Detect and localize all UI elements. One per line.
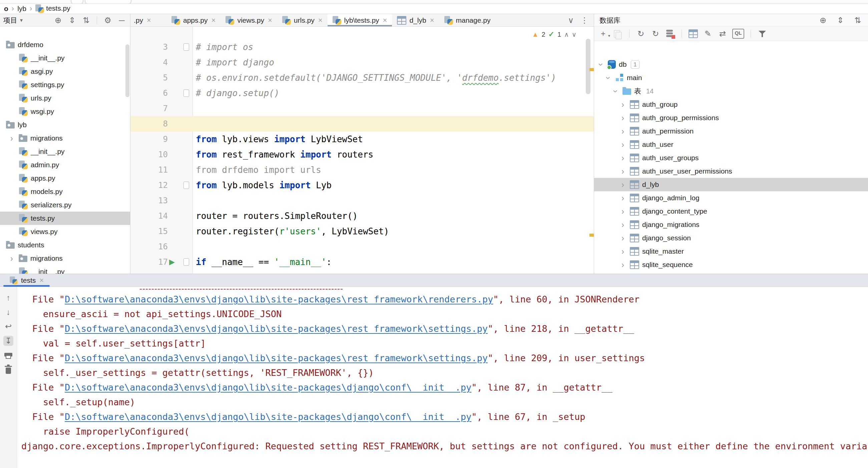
project-tree-item-__init__.py[interactable]: __init__.py <box>0 51 130 65</box>
gear-button[interactable]: ⚙ <box>103 16 113 25</box>
run-icon[interactable]: ▶ <box>169 254 175 270</box>
close-icon[interactable]: × <box>39 276 44 285</box>
project-tree-item-views.py[interactable]: views.py <box>0 225 130 238</box>
db-tree-item-auth_permission[interactable]: ›auth_permission <box>594 124 868 138</box>
project-tree-item-lyb[interactable]: lyb <box>0 118 130 131</box>
down-button[interactable]: ↓ <box>3 307 13 317</box>
db-tree-item-django_content_type[interactable]: ›django_content_type <box>594 205 868 218</box>
db-tree-item-auth_user_groups[interactable]: ›auth_user_groups <box>594 151 868 165</box>
printer-button[interactable] <box>3 350 13 360</box>
line-number[interactable]: 16 <box>130 239 168 254</box>
project-tree-item-__init__.py[interactable]: __init__.py <box>0 145 130 158</box>
editor-tab-.py[interactable]: .py× <box>130 14 166 26</box>
stacktrace-link[interactable]: D:\software\anaconda3\envs\django\lib\si… <box>65 294 493 304</box>
project-scrollbar-thumb[interactable] <box>125 45 129 97</box>
trash-button[interactable] <box>3 364 13 375</box>
table-button[interactable] <box>688 29 698 39</box>
stacktrace-link[interactable]: D:\software\anaconda3\envs\django\lib\si… <box>65 323 488 334</box>
ql-button[interactable]: QL <box>732 29 744 39</box>
collapse-all-button[interactable]: ⇅ <box>852 16 863 25</box>
db-tree-item-d_lyb[interactable]: ›d_lyb <box>594 178 868 191</box>
db-tree-item-auth_user[interactable]: ›auth_user <box>594 138 868 151</box>
chevron-right-icon[interactable]: › <box>619 114 627 122</box>
editor-scrollbar-thumb[interactable] <box>586 39 590 94</box>
project-tree-item-migrations[interactable]: ›migrations <box>0 252 130 265</box>
console-output[interactable]: File "D:\software\anaconda3\envs\django\… <box>17 287 868 468</box>
editor-tab-lybtests.py[interactable]: lyb\tests.py× <box>328 14 392 26</box>
pencil-button[interactable]: ✎ <box>703 29 713 39</box>
db-detach-button[interactable] <box>665 29 675 39</box>
tab-overflow-icon[interactable]: ∨ <box>568 17 574 24</box>
db-tree-item-django_session[interactable]: ›django_session <box>594 231 868 245</box>
fold-marker[interactable] <box>184 258 189 266</box>
editor-tab-manage.py[interactable]: manage.py <box>439 14 491 26</box>
close-icon[interactable]: × <box>268 16 272 25</box>
db-tree-item-django_admin_log[interactable]: ›django_admin_log <box>594 191 868 205</box>
locate-button[interactable]: ⊕ <box>818 16 828 25</box>
close-icon[interactable]: × <box>383 16 387 25</box>
run-tab-tests[interactable]: tests × <box>3 274 50 286</box>
project-tree-item-students[interactable]: students <box>0 238 130 252</box>
fold-marker[interactable] <box>184 182 189 189</box>
line-number[interactable]: 10 <box>130 147 168 162</box>
fold-marker[interactable] <box>184 89 189 97</box>
plus-button[interactable]: +▾ <box>598 29 608 39</box>
editor-tab-views.py[interactable]: views.py× <box>220 14 277 26</box>
project-tree-item-settings.py[interactable]: settings.py <box>0 78 130 91</box>
chevron-right-icon[interactable]: › <box>619 127 627 136</box>
expand-all-button[interactable]: ⇕ <box>835 16 845 25</box>
line-number[interactable]: 5 <box>130 70 168 85</box>
project-tree-item-migrations[interactable]: ›migrations <box>0 131 130 145</box>
close-icon[interactable]: × <box>318 16 322 25</box>
breadcrumb-item-lyb[interactable]: lyb <box>17 5 26 13</box>
chevron-down-icon[interactable]: › <box>604 74 613 82</box>
chevron-right-icon[interactable]: › <box>8 134 16 143</box>
line-number[interactable]: 15 <box>130 224 168 239</box>
inspections-widget[interactable]: ▲ 2 ✓ 1 ∧ ∨ <box>529 29 579 39</box>
db-tree-item-django_migrations[interactable]: ›django_migrations <box>594 218 868 231</box>
breadcrumb-item-tests.py[interactable]: tests.py <box>35 4 70 13</box>
chevron-right-icon[interactable]: › <box>619 247 627 256</box>
close-icon[interactable]: × <box>212 16 216 25</box>
project-tree-item-tests.py[interactable]: tests.py <box>0 212 130 225</box>
line-number[interactable]: 17 <box>130 254 168 270</box>
chevron-right-icon[interactable]: › <box>619 207 627 216</box>
prev-problem-icon[interactable]: ∧ <box>564 31 569 38</box>
db-tree-item-main[interactable]: ›main <box>594 71 868 84</box>
line-number[interactable]: 11 <box>130 162 168 178</box>
chevron-right-icon[interactable]: › <box>619 194 627 202</box>
editor-body[interactable]: 3# import os4# import django5# os.enviro… <box>130 27 594 274</box>
project-tree-item-drfdemo[interactable]: drfdemo <box>0 38 130 51</box>
chevron-right-icon[interactable]: › <box>619 234 627 242</box>
chevron-down-icon[interactable]: › <box>597 60 605 68</box>
editor-tab-d_lyb[interactable]: d_lyb× <box>392 14 439 26</box>
copy-button[interactable] <box>613 29 623 39</box>
chevron-right-icon[interactable]: › <box>619 100 627 109</box>
collapse-all-button[interactable]: ⇅ <box>81 16 91 25</box>
chevron-right-icon[interactable]: › <box>619 167 627 176</box>
project-tree-item-urls.py[interactable]: urls.py <box>0 91 130 105</box>
line-number[interactable]: 12 <box>130 178 168 193</box>
line-number[interactable]: 14 <box>130 208 168 224</box>
up-button[interactable]: ↑ <box>3 293 13 303</box>
refresh-button[interactable]: ↻ <box>636 29 646 39</box>
line-number[interactable]: 6 <box>130 85 168 101</box>
line-number[interactable]: 7 <box>130 101 168 116</box>
stacktrace-link[interactable]: D:\software\anaconda3\envs\django\lib\si… <box>65 353 488 363</box>
soft-wrap-button[interactable]: ↩ <box>3 321 13 331</box>
project-tree-item-wsgi.py[interactable]: wsgi.py <box>0 105 130 118</box>
stacktrace-link[interactable]: D:\software\anaconda3\envs\django\lib\si… <box>65 412 471 422</box>
fold-marker[interactable] <box>184 43 189 51</box>
close-icon[interactable]: × <box>147 16 151 25</box>
db-tree-item-sqlite_master[interactable]: ›sqlite_master <box>594 245 868 258</box>
line-number[interactable]: 13 <box>130 193 168 208</box>
db-tree-item-sqlite_sequence[interactable]: ›sqlite_sequence <box>594 258 868 271</box>
chevron-right-icon[interactable]: › <box>619 261 627 269</box>
chevron-right-icon[interactable]: › <box>8 254 16 263</box>
project-tree-item-asgi.py[interactable]: asgi.py <box>0 65 130 78</box>
db-tree-item-auth_group[interactable]: ›auth_group <box>594 98 868 111</box>
breadcrumb-item-o[interactable]: o <box>4 5 8 13</box>
project-tree-item-__init__.py[interactable]: __init__.py <box>0 265 130 274</box>
hide-button[interactable]: ─ <box>117 16 127 25</box>
chevron-right-icon[interactable]: › <box>619 221 627 229</box>
